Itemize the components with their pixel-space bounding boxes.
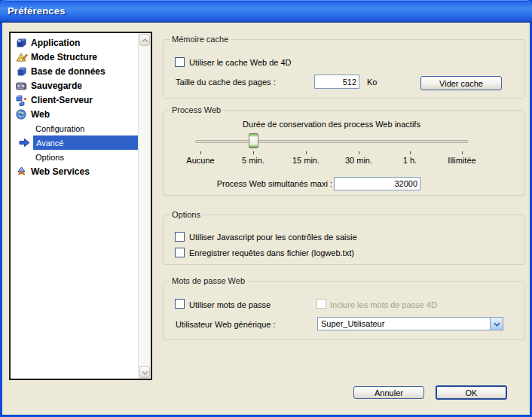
cache-size-label: Taille du cache des pages : <box>176 78 276 87</box>
tree-item-base-de-donnees[interactable]: Base de données <box>11 64 138 78</box>
cache-size-unit: Ko <box>367 78 377 87</box>
tree-item-mode-structure[interactable]: Mode Structure <box>11 50 138 64</box>
use-web-cache-label: Utiliser le cache Web de 4D <box>189 58 292 67</box>
slider-tick <box>410 151 411 154</box>
tree-item-label: Web <box>31 109 50 120</box>
combobox-dropdown-button[interactable] <box>490 318 503 330</box>
group-options: Options Utiliser Javascript pour les con… <box>163 215 525 265</box>
max-processes-input[interactable] <box>334 177 420 190</box>
tree-item-label: Sauvegarde <box>31 81 82 91</box>
group-mots-de-passe-web: Mots de passe Web Utiliser mots de passe… <box>163 281 525 340</box>
group-memoire-cache: Mémoire cache Utiliser le cache Web de 4… <box>163 39 525 99</box>
group-title: Mots de passe Web <box>170 276 247 285</box>
slider-tick-label: Aucune <box>174 156 227 165</box>
application-icon <box>15 37 28 49</box>
tree-item-options[interactable]: Options <box>11 150 138 164</box>
web-icon <box>15 108 28 120</box>
scroll-down-button[interactable] <box>139 366 150 378</box>
database-icon <box>15 65 28 78</box>
log-requests-checkbox[interactable] <box>175 248 185 257</box>
include-4d-passwords-label: Inclure les mots de passe 4D <box>330 300 437 309</box>
slider-tick <box>253 151 254 154</box>
slider-tick-label: Illimitée <box>436 156 488 165</box>
tree-item-web[interactable]: Web <box>11 107 138 121</box>
javascript-label: Utiliser Javascript pour les contrôles d… <box>189 233 357 242</box>
window-title: Préférences <box>8 5 66 17</box>
chevron-down-icon <box>494 319 500 328</box>
slider-tick-label: 5 min. <box>227 156 280 165</box>
generic-user-label: Utilisateur Web générique : <box>176 320 275 329</box>
tree-item-avance[interactable]: Avancé <box>33 135 138 150</box>
tree-item-application[interactable]: Application <box>11 35 138 50</box>
group-title: Process Web <box>170 105 223 114</box>
slider-tick-label: 15 min. <box>280 156 332 165</box>
slider-label: Durée de conservation des process Web in… <box>195 120 468 129</box>
slider-tick <box>306 151 307 154</box>
timeout-slider-track[interactable] <box>195 140 468 143</box>
chevron-up-icon <box>142 35 148 44</box>
javascript-checkbox[interactable] <box>175 232 185 242</box>
cancel-button[interactable]: Annuler <box>353 386 424 399</box>
preferences-dialog: Préférences Application Mode Structure <box>0 0 532 417</box>
combobox-value: Super_Utilisateur <box>318 319 490 328</box>
tree-item-label: Avancé <box>36 138 64 148</box>
tree-item-label: Options <box>35 153 64 162</box>
slider-tick <box>359 151 359 154</box>
log-requests-label: Enregistrer requêtes dans fichier (logwe… <box>189 248 354 257</box>
tree-item-sauvegarde[interactable]: Sauvegarde <box>11 78 138 93</box>
tree-scrollbar[interactable] <box>138 33 151 379</box>
use-passwords-checkbox[interactable] <box>175 299 185 309</box>
tree-item-configuration[interactable]: Configuration <box>11 121 138 135</box>
tree-item-label: Configuration <box>35 124 84 133</box>
use-passwords-label: Utiliser mots de passe <box>189 300 271 309</box>
tree-item-web-services[interactable]: Web Services <box>11 164 138 178</box>
tree-item-label: Web Services <box>31 166 90 177</box>
client-server-icon <box>15 94 28 106</box>
group-title: Options <box>170 210 203 219</box>
tree-item-label: Base de données <box>31 66 105 77</box>
tree-item-label: Application <box>31 38 80 48</box>
cache-size-input[interactable] <box>314 75 359 89</box>
web-services-icon <box>15 166 28 178</box>
preferences-tree: Application Mode Structure Base de donné… <box>9 32 152 380</box>
scroll-up-button[interactable] <box>139 34 150 46</box>
tree-item-label: Client-Serveur <box>31 95 93 105</box>
slider-tick-label: 30 min. <box>332 156 385 165</box>
backup-icon <box>15 80 28 92</box>
tree-item-client-serveur[interactable]: Client-Serveur <box>11 93 138 107</box>
include-4d-passwords-checkbox <box>316 299 326 309</box>
slider-tick <box>200 151 201 154</box>
clear-cache-button[interactable]: Vider cache <box>420 76 502 90</box>
structure-icon <box>15 51 28 63</box>
group-process-web: Process Web Durée de conservation des pr… <box>163 110 525 196</box>
group-title: Mémoire cache <box>170 35 231 44</box>
chevron-down-icon <box>142 367 148 376</box>
ok-button[interactable]: OK <box>436 385 507 400</box>
titlebar[interactable]: Préférences <box>0 0 532 23</box>
selected-arrow-icon <box>19 138 30 149</box>
max-processes-label: Process Web simultanés maxi : <box>176 179 332 188</box>
tree-item-label: Mode Structure <box>31 52 97 62</box>
timeout-slider-thumb[interactable] <box>249 133 258 148</box>
generic-user-combobox[interactable]: Super_Utilisateur <box>317 317 503 330</box>
use-web-cache-checkbox[interactable] <box>175 57 185 67</box>
slider-tick-label: 1 h. <box>384 156 436 165</box>
slider-tick <box>462 151 463 154</box>
tree-items: Application Mode Structure Base de donné… <box>11 33 138 379</box>
